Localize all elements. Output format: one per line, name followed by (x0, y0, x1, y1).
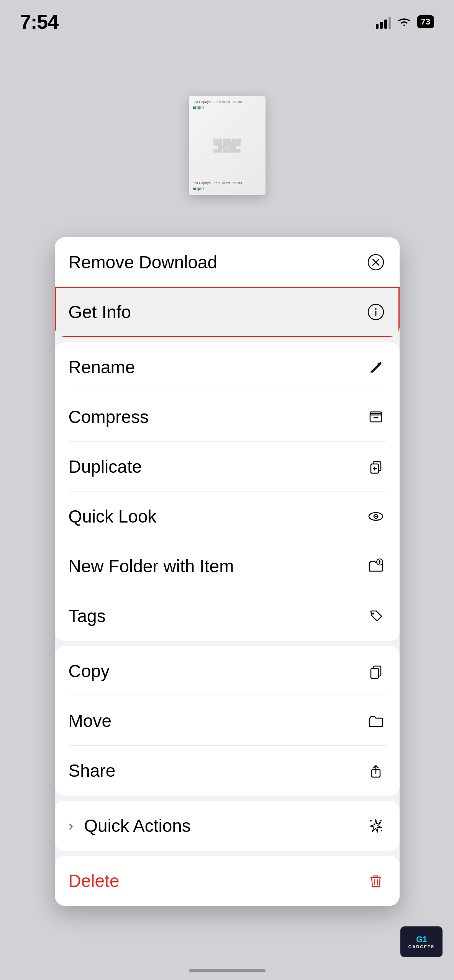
status-bar: 7:54 73 (0, 0, 454, 34)
context-menu: Remove Download Get Info Ren (55, 237, 400, 906)
menu-group-5: Delete (55, 856, 400, 906)
menu-item-move[interactable]: Move (55, 696, 400, 746)
thumbnail-area: rica Papaya Leaf Extract Tablets aripill… (0, 34, 454, 218)
status-icons: 73 (376, 15, 434, 29)
compress-icon (366, 407, 386, 427)
menu-item-quick-look[interactable]: Quick Look (55, 492, 400, 541)
duplicate-label: Duplicate (69, 456, 142, 477)
menu-group-4: › Quick Actions (55, 801, 400, 851)
menu-item-quick-actions[interactable]: › Quick Actions (55, 801, 400, 851)
menu-group-1: Remove Download Get Info (55, 237, 400, 337)
svg-point-26 (370, 820, 372, 822)
menu-item-delete[interactable]: Delete (55, 856, 400, 906)
delete-icon (366, 871, 386, 891)
quick-look-icon (366, 506, 386, 526)
rename-label: Rename (69, 357, 135, 377)
svg-rect-22 (371, 668, 379, 678)
menu-item-get-info[interactable]: Get Info (55, 287, 400, 337)
share-label: Share (69, 760, 116, 781)
quick-actions-icon (366, 816, 386, 836)
copy-label: Copy (69, 661, 110, 681)
thumb-text-bottom: rica Papaya Leaf Extract Tablets aripill (193, 181, 262, 191)
move-label: Move (69, 710, 111, 731)
wifi-icon (397, 16, 412, 28)
svg-point-25 (380, 820, 382, 822)
rename-icon (366, 357, 386, 377)
svg-point-27 (381, 830, 382, 831)
quick-actions-arrow-icon: › (69, 818, 74, 834)
gadgets-logo: G1 GADGETS (400, 926, 443, 957)
menu-item-duplicate[interactable]: Duplicate (55, 442, 400, 492)
remove-download-label: Remove Download (69, 252, 218, 273)
remove-download-icon (366, 252, 386, 272)
share-icon (366, 761, 386, 781)
new-folder-with-item-icon (366, 556, 386, 576)
thumb-text-top: rica Papaya Leaf Extract Tablets aripill (193, 100, 262, 110)
quick-actions-label: Quick Actions (84, 815, 191, 836)
menu-item-remove-download[interactable]: Remove Download (55, 237, 400, 287)
menu-group-2: Rename Compress Duplicate (55, 342, 400, 641)
home-indicator (189, 969, 266, 972)
menu-item-new-folder-with-item[interactable]: New Folder with Item (55, 541, 400, 591)
status-time: 7:54 (20, 10, 58, 33)
delete-label: Delete (69, 871, 120, 891)
menu-item-copy[interactable]: Copy (55, 646, 400, 696)
thumb-watermark: ████ ████ ████████ ████████████ ████████… (193, 139, 262, 152)
new-folder-with-item-label: New Folder with Item (69, 556, 234, 577)
compress-label: Compress (69, 407, 149, 427)
svg-point-16 (375, 516, 377, 517)
tags-label: Tags (69, 606, 106, 626)
menu-item-tags[interactable]: Tags (55, 591, 400, 641)
battery-level: 73 (417, 15, 434, 28)
get-info-label: Get Info (69, 302, 131, 322)
signal-bars-icon (376, 15, 391, 29)
get-info-icon (366, 302, 386, 322)
menu-item-compress[interactable]: Compress (55, 392, 400, 442)
svg-point-20 (372, 613, 374, 615)
battery-container: 73 (417, 15, 434, 28)
tags-icon (366, 606, 386, 626)
quick-look-label: Quick Look (69, 506, 157, 527)
menu-group-3: Copy Move Share (55, 646, 400, 795)
svg-point-5 (375, 308, 377, 310)
duplicate-icon (366, 457, 386, 477)
copy-icon (366, 661, 386, 681)
menu-item-rename[interactable]: Rename (55, 342, 400, 392)
move-icon (366, 711, 386, 731)
file-thumbnail: rica Papaya Leaf Extract Tablets aripill… (189, 96, 266, 195)
menu-item-share[interactable]: Share (55, 746, 400, 795)
